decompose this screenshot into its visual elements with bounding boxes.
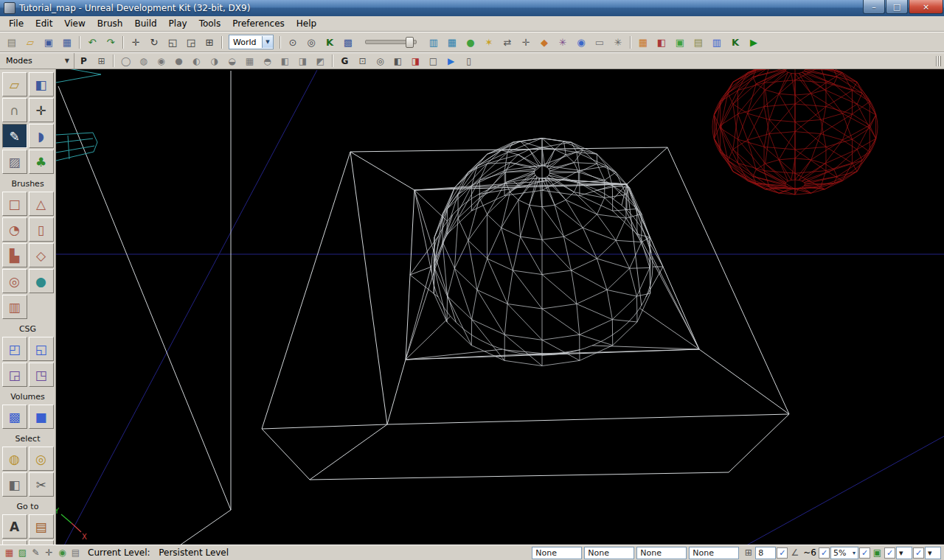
- drag-grid-icon[interactable]: ⊞: [742, 547, 754, 559]
- save-map-button[interactable]: ▣: [40, 34, 58, 50]
- drag-grid-size-field[interactable]: 8: [755, 547, 776, 559]
- open-map-button[interactable]: ▱: [21, 34, 39, 50]
- package-game-button[interactable]: ▥: [708, 34, 726, 50]
- redo-button[interactable]: ↷: [102, 34, 119, 50]
- menu-item-play[interactable]: Play: [163, 17, 193, 31]
- scale-grid-checkbox[interactable]: ✓: [859, 547, 870, 559]
- lock-viewport-button[interactable]: ⊡: [354, 54, 371, 69]
- menu-item-view[interactable]: View: [58, 17, 91, 31]
- favorites-button[interactable]: ▥: [425, 34, 442, 50]
- menu-item-edit[interactable]: Edit: [30, 17, 58, 31]
- drop-grid-field-none[interactable]: None: [532, 547, 582, 559]
- rotation-grid-checkbox[interactable]: ✓: [819, 547, 830, 559]
- landscape-mode-button[interactable]: ▨: [2, 150, 27, 174]
- csg-intersect-button[interactable]: ◲: [2, 363, 27, 387]
- invert-selection-button[interactable]: ◧: [2, 472, 27, 497]
- scale-grid-field[interactable]: 5%▾: [830, 547, 858, 559]
- brush-wireframe-button[interactable]: ◯: [117, 54, 134, 69]
- detail-lighting-button[interactable]: ◐: [188, 54, 205, 69]
- play-on-device-button[interactable]: ▤: [690, 34, 707, 50]
- terrain-mode-button[interactable]: ∩: [2, 98, 27, 122]
- add-special-volume-button[interactable]: ■: [29, 405, 54, 429]
- select-matching-button[interactable]: ◍: [2, 447, 27, 471]
- maximize-button[interactable]: □: [886, 0, 908, 14]
- rotation-grid-icon[interactable]: ∠: [788, 547, 801, 559]
- csg-add-button[interactable]: ◰: [2, 337, 27, 361]
- rotate-tool-button[interactable]: ↻: [145, 34, 163, 50]
- mesh-paint-mode-button[interactable]: ✎: [2, 124, 27, 148]
- foliage-mode-button[interactable]: ♣: [29, 150, 54, 174]
- play-in-editor-button[interactable]: ▶: [745, 34, 763, 50]
- rotation-grid-value[interactable]: ~6: [802, 547, 818, 558]
- linear-stair-brush-button[interactable]: ▙: [2, 243, 27, 267]
- wireframe-button[interactable]: ◍: [135, 54, 152, 69]
- fullscreen-button[interactable]: ◎: [302, 34, 320, 50]
- snap-grid-status-icon[interactable]: ▦: [3, 547, 15, 559]
- sheet-brush-button[interactable]: ◇: [29, 243, 54, 267]
- drop-grid-field-none[interactable]: None: [636, 547, 687, 559]
- autosave-status-icon[interactable]: ◉: [56, 547, 69, 559]
- goto-builder-brush-button[interactable]: ▤: [29, 514, 54, 539]
- modes-panel-header[interactable]: Modes ▼: [0, 53, 74, 69]
- coordinate-system-button[interactable]: ⊞: [201, 34, 218, 50]
- stream-level-checkbox[interactable]: ✓: [913, 547, 924, 559]
- play-on-pc-button[interactable]: ▣: [671, 34, 689, 50]
- texture-density-button[interactable]: ▦: [241, 54, 258, 69]
- select-none-button[interactable]: ✂: [29, 472, 54, 497]
- menu-item-preferences[interactable]: Preferences: [226, 17, 291, 31]
- close-button[interactable]: ×: [909, 0, 943, 14]
- camera-mode-button[interactable]: ▱: [2, 72, 27, 97]
- ai-paths-button[interactable]: ◉: [572, 34, 590, 50]
- reflections-button[interactable]: ◨: [294, 54, 311, 69]
- shader-complexity-button[interactable]: ◓: [259, 54, 276, 69]
- play-viewport-button[interactable]: ▶: [442, 54, 459, 69]
- new-map-button[interactable]: ▤: [3, 34, 21, 50]
- cube-brush-button[interactable]: □: [2, 192, 27, 216]
- viewport-3d[interactable]: YX: [56, 69, 944, 545]
- paint-grid-status-icon[interactable]: ▨: [16, 547, 29, 559]
- toolbar-splitter-handle[interactable]: [936, 56, 941, 66]
- brush-status-icon[interactable]: ✎: [30, 547, 42, 559]
- lighting-only-button[interactable]: ◑: [206, 54, 223, 69]
- build-geometry-button[interactable]: ●: [462, 34, 479, 50]
- record-camera-button[interactable]: ◨: [407, 54, 424, 69]
- measure-tool-button[interactable]: ▭: [591, 34, 608, 50]
- camera-speed-slider-thumb[interactable]: [406, 37, 414, 48]
- goto-actor-button[interactable]: A: [2, 514, 27, 539]
- lit-button[interactable]: ●: [170, 54, 187, 69]
- lighting-quality-button[interactable]: ✳: [554, 34, 572, 50]
- realtime-toggle-button[interactable]: ◎: [372, 54, 389, 69]
- save-all-button[interactable]: ▦: [58, 34, 76, 50]
- undo-button[interactable]: ↶: [83, 34, 101, 50]
- scale-nonuniform-tool-button[interactable]: ◲: [182, 34, 200, 50]
- drop-grid-field-none[interactable]: None: [584, 547, 634, 559]
- lightmap-density-button[interactable]: ◧: [277, 54, 294, 69]
- settings-gear-icon[interactable]: ✳: [609, 34, 627, 50]
- geometry-edit-mode-button[interactable]: ◗: [29, 124, 54, 148]
- geometry-mode-button[interactable]: ◧: [29, 72, 54, 97]
- translate-tool-button[interactable]: ✛: [127, 34, 145, 50]
- build-paths-button[interactable]: ⇄: [499, 34, 516, 50]
- camera-button[interactable]: ◧: [389, 54, 406, 69]
- menu-item-build[interactable]: Build: [128, 17, 162, 31]
- level-dropdown[interactable]: ▾: [925, 547, 941, 559]
- build-all-button[interactable]: ◆: [535, 34, 553, 50]
- package-button[interactable]: ▦: [443, 34, 461, 50]
- texture-align-mode-button[interactable]: ✛: [29, 98, 54, 122]
- package-status-icon[interactable]: ▤: [69, 547, 82, 559]
- light-complexity-button[interactable]: ◒: [223, 54, 240, 69]
- open-kismet-button[interactable]: K: [321, 34, 339, 50]
- curved-stair-brush-button[interactable]: ◔: [2, 217, 27, 242]
- menu-item-file[interactable]: File: [3, 17, 30, 31]
- menu-item-help[interactable]: Help: [291, 17, 322, 31]
- perspective-view-button[interactable]: P: [75, 54, 92, 69]
- menu-item-tools[interactable]: Tools: [193, 17, 227, 31]
- autosave-interval-dropdown[interactable]: ▾: [896, 547, 912, 559]
- cook-pc-button[interactable]: ▦: [634, 34, 652, 50]
- add-volume-button[interactable]: ▩: [2, 405, 27, 429]
- open-kismet-2-button[interactable]: K: [726, 34, 744, 50]
- world-dropdown[interactable]: World ▼: [229, 35, 274, 49]
- drag-grid-checkbox[interactable]: ✓: [777, 547, 788, 559]
- cook-device-button[interactable]: ◧: [653, 34, 670, 50]
- drop-grid-field-none[interactable]: None: [689, 547, 739, 559]
